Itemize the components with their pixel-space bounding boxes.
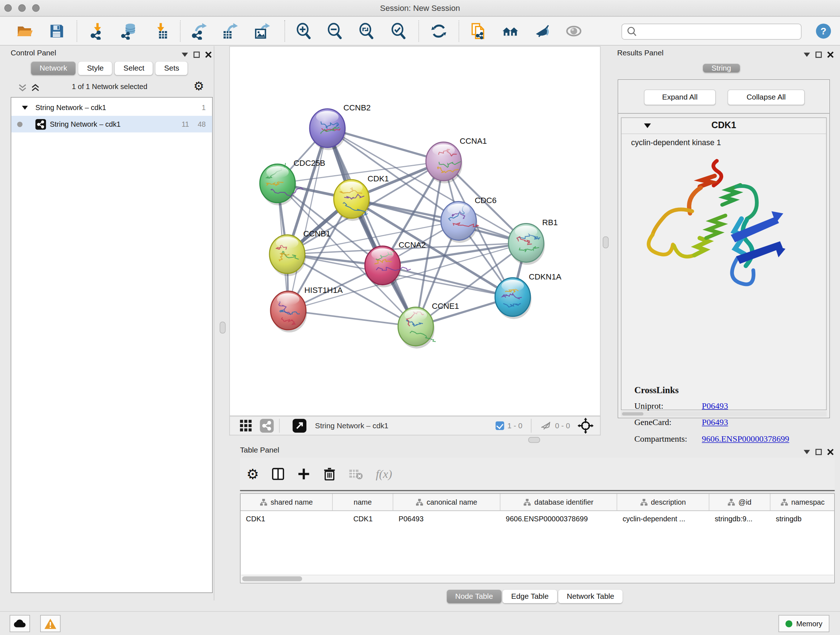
network-edge[interactable] [327, 128, 416, 326]
zoom-selected-button[interactable] [389, 21, 408, 41]
export-image-button[interactable] [253, 21, 272, 41]
grid-view-icon[interactable] [240, 419, 253, 432]
tab-sets[interactable]: Sets [156, 62, 188, 75]
hidden-count: 0 - 0 [555, 421, 570, 430]
copy-network-button[interactable] [469, 21, 488, 41]
panel-close-icon[interactable] [827, 51, 834, 58]
column-header-name[interactable]: name [333, 494, 393, 510]
network-node-CDK1[interactable]: CDK1 [334, 174, 389, 221]
memory-status-dot [785, 620, 792, 627]
warnings-button[interactable] [40, 615, 60, 632]
column-header-description[interactable]: description [617, 494, 709, 510]
import-table-from-file-button[interactable] [151, 21, 171, 41]
table-settings-gear-icon[interactable]: ⚙ [246, 467, 259, 481]
collection-expand-icon[interactable] [22, 105, 28, 110]
collection-count: 1 [202, 103, 206, 111]
search-input[interactable] [640, 27, 801, 36]
birdseye-view-icon[interactable] [293, 419, 307, 433]
pan-crosshair-icon[interactable] [577, 418, 593, 434]
tab-network-table[interactable]: Network Table [558, 590, 622, 603]
expand-all-button[interactable]: Expand All [644, 89, 715, 105]
show-all-button[interactable] [564, 21, 583, 41]
gene-name: CDK1 [622, 120, 826, 131]
zoom-fit-content-button[interactable] [357, 21, 376, 41]
export-table-button[interactable] [220, 21, 240, 41]
hide-selected-button[interactable] [532, 21, 552, 41]
tab-network[interactable]: Network [31, 62, 76, 75]
refresh-view-button[interactable] [429, 21, 448, 41]
network-node-CCNA1[interactable]: CCNA1 [426, 136, 487, 184]
panel-close-icon[interactable] [205, 51, 212, 58]
panel-menu-icon[interactable] [804, 450, 810, 454]
panel-close-icon[interactable] [827, 449, 834, 455]
tab-edge-table[interactable]: Edge Table [502, 590, 557, 603]
network-row[interactable]: String Network – cdk1 11 48 [11, 116, 212, 133]
selected-checkbox-icon[interactable] [496, 421, 504, 430]
column-header-shared-name[interactable]: shared name [240, 494, 333, 510]
node-label-CDC6: CDC6 [475, 196, 496, 205]
network-edge[interactable] [288, 310, 416, 326]
delete-column-icon[interactable] [323, 467, 336, 480]
panel-float-icon[interactable] [815, 51, 822, 58]
column-header-label: database identifier [534, 498, 593, 506]
network-node-CCNB2[interactable]: CCNB2 [309, 103, 371, 150]
gene-header[interactable]: CDK1 [622, 118, 826, 134]
tab-select[interactable]: Select [115, 62, 153, 75]
network-graph[interactable]: CCNB2CCNA1CDC25BCDK1CDC6RB1CCNB1CCNA2CDK… [230, 47, 600, 416]
column-header-canonical-name[interactable]: canonical name [393, 494, 500, 510]
panel-float-icon[interactable] [815, 449, 822, 455]
delete-table-icon [349, 468, 363, 480]
node-highlight [432, 144, 455, 156]
node-label-CCNA1: CCNA1 [460, 136, 487, 146]
network-options-gear-icon[interactable]: ⚙ [194, 80, 204, 92]
tab-style[interactable]: Style [79, 62, 112, 75]
network-node-CDKN1A[interactable]: CDKN1A [495, 272, 561, 319]
right-splitter-handle[interactable] [603, 236, 608, 249]
left-splitter-handle[interactable] [219, 322, 225, 334]
column-header-namespac[interactable]: namespac [771, 494, 835, 510]
share-view-icon[interactable] [260, 419, 274, 433]
tab-node-table[interactable]: Node Table [447, 590, 502, 603]
import-network-from-database-button[interactable] [119, 21, 138, 41]
crosslink-link[interactable]: P06493 [702, 401, 728, 411]
search-field[interactable] [622, 24, 802, 40]
crosslink-link[interactable]: 9606.ENSP00000378699 [702, 434, 789, 444]
panel-menu-icon[interactable] [804, 52, 810, 57]
export-network-button[interactable] [189, 21, 208, 41]
node-label-CCNB1: CCNB1 [303, 229, 330, 238]
help-button[interactable]: ? [816, 24, 831, 38]
open-session-button[interactable] [15, 21, 34, 41]
application-window: Session: New Session [0, 0, 840, 635]
memory-button[interactable]: Memory [778, 615, 829, 632]
network-collection-row[interactable]: String Network – cdk1 1 [11, 99, 212, 116]
show-columns-icon[interactable] [272, 467, 285, 480]
network-node-CDC6[interactable]: CDC6 [441, 196, 497, 243]
node-table[interactable]: shared namenamecanonical namedatabase id… [240, 494, 835, 584]
save-session-button[interactable] [47, 21, 66, 41]
panel-menu-icon[interactable] [182, 52, 188, 57]
column-header--id[interactable]: @id [709, 494, 771, 510]
tab-string[interactable]: String [703, 64, 740, 73]
add-column-icon[interactable] [297, 467, 310, 480]
results-scrollbar-thumb[interactable] [622, 412, 643, 416]
network-node-RB1[interactable]: RB1 [508, 218, 558, 265]
column-header-database-identifier[interactable]: database identifier [500, 494, 617, 510]
collapse-all-button[interactable]: Collapse All [728, 89, 805, 105]
network-node-HIST1H1A[interactable]: HIST1H1A [271, 286, 343, 333]
table-row[interactable]: CDK1CDK1P064939606.ENSP00000378699cyclin… [240, 511, 834, 527]
panel-float-icon[interactable] [194, 51, 200, 58]
zoom-out-button[interactable] [325, 21, 344, 41]
crosslink-link[interactable]: P06493 [702, 418, 728, 428]
zoom-in-button[interactable] [294, 21, 313, 41]
table-horizontal-scrollbar[interactable] [241, 575, 834, 583]
table-cell: stringdb [771, 511, 835, 527]
network-canvas[interactable]: CCNB2CCNA1CDC25BCDK1CDC6RB1CCNB1CCNA2CDK… [229, 46, 600, 416]
copy-network-icon [469, 22, 487, 40]
first-neighbors-button[interactable] [501, 21, 520, 41]
import-network-from-file-button[interactable] [88, 21, 107, 41]
cloud-button[interactable] [10, 615, 30, 632]
results-scrollbar[interactable] [621, 411, 827, 417]
table-scrollbar-thumb[interactable] [242, 576, 302, 581]
network-edge[interactable] [288, 128, 327, 310]
horizontal-splitter-handle[interactable] [528, 437, 540, 443]
